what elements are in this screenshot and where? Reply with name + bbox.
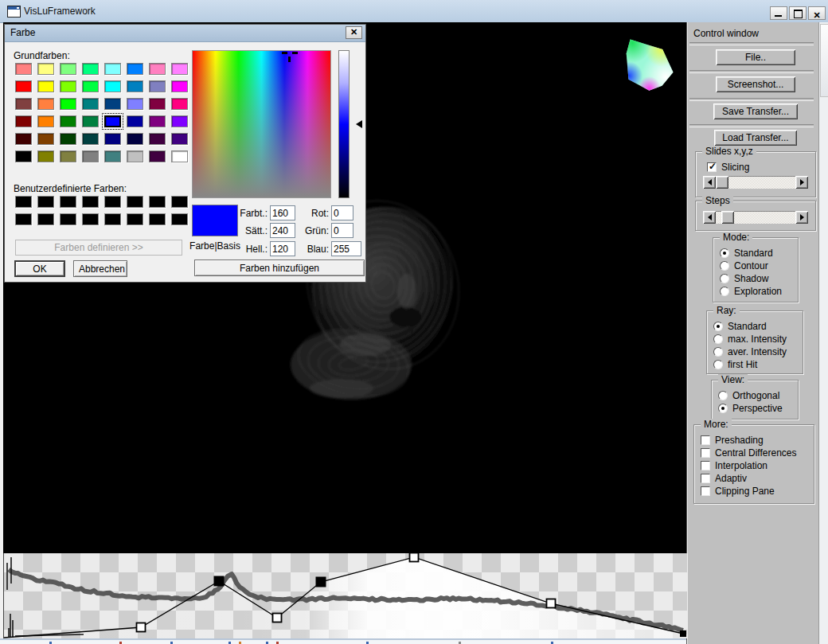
mode-option-contour[interactable]: Contour	[720, 260, 768, 271]
basic-color-swatch[interactable]	[149, 98, 166, 110]
screenshot-button[interactable]: Screenshot...	[716, 76, 795, 92]
basic-color-swatch[interactable]	[149, 80, 166, 92]
luminance-slider-arrow-icon[interactable]	[352, 120, 362, 128]
basic-color-swatch[interactable]	[60, 133, 76, 145]
custom-color-swatch[interactable]	[37, 196, 54, 208]
basic-color-swatch[interactable]	[60, 150, 76, 162]
transfer-control-point-hollow[interactable]	[137, 623, 146, 632]
basic-color-swatch[interactable]	[127, 80, 143, 92]
basic-color-swatch[interactable]	[60, 63, 76, 75]
basic-color-swatch[interactable]	[15, 63, 32, 75]
transfer-control-point-filled[interactable]	[316, 577, 326, 587]
basic-color-swatch[interactable]	[127, 115, 143, 127]
basic-color-swatch[interactable]	[37, 150, 54, 162]
close-button[interactable]: ✕	[808, 6, 826, 20]
more-option-clipping-pane[interactable]: Clipping Pane	[701, 486, 775, 497]
radio-icon[interactable]	[720, 274, 729, 283]
basic-color-swatch[interactable]	[82, 98, 99, 110]
minimize-button[interactable]	[770, 6, 787, 20]
transfer-function-canvas[interactable]	[4, 553, 687, 638]
load-transfer-button[interactable]: Load Transfer...	[714, 130, 797, 146]
checkbox-icon[interactable]	[701, 461, 710, 470]
basic-color-swatch[interactable]	[60, 115, 76, 127]
basic-color-swatch[interactable]	[82, 133, 99, 145]
radio-icon[interactable]	[718, 391, 728, 400]
more-option-interpolation[interactable]: Interpolation	[701, 460, 767, 471]
slides-scrollbar[interactable]	[703, 176, 808, 189]
transfer-control-point-hollow[interactable]	[410, 553, 419, 562]
basic-color-swatch[interactable]	[82, 115, 99, 127]
custom-color-swatch[interactable]	[60, 213, 76, 225]
basic-color-swatch[interactable]	[15, 150, 32, 162]
add-colors-button[interactable]: Farben hinzufügen	[194, 260, 365, 276]
checkbox-icon[interactable]	[701, 435, 710, 445]
radio-icon[interactable]	[720, 287, 729, 296]
custom-color-swatch[interactable]	[171, 196, 188, 208]
basic-color-swatch[interactable]	[37, 133, 54, 145]
steps-scrollbar[interactable]	[703, 211, 808, 224]
basic-color-swatch[interactable]	[149, 63, 166, 75]
basic-color-swatch[interactable]	[171, 150, 188, 162]
radio-icon[interactable]	[713, 347, 723, 357]
mode-option-standard[interactable]: Standard	[720, 248, 773, 259]
basic-color-swatch[interactable]	[37, 80, 54, 92]
basic-color-swatch[interactable]	[171, 133, 188, 145]
steps-scroll-thumb[interactable]	[721, 211, 734, 224]
green-input[interactable]	[331, 223, 353, 238]
custom-color-swatch[interactable]	[15, 196, 32, 208]
scroll-left-button[interactable]	[703, 176, 716, 189]
mode-option-shadow[interactable]: Shadow	[720, 273, 768, 284]
scroll-right-button[interactable]	[795, 211, 808, 224]
custom-color-swatch[interactable]	[82, 196, 99, 208]
custom-color-swatch[interactable]	[149, 196, 166, 208]
basic-color-swatch[interactable]	[127, 63, 143, 75]
custom-color-swatch[interactable]	[15, 213, 32, 225]
custom-color-swatch[interactable]	[82, 213, 99, 225]
basic-color-swatch[interactable]	[37, 63, 54, 75]
basic-color-swatch[interactable]	[37, 115, 54, 127]
file-button[interactable]: File..	[716, 49, 795, 65]
slicing-checkbox-row[interactable]: Slicing	[707, 162, 749, 173]
radio-icon[interactable]	[713, 360, 723, 369]
custom-color-swatch[interactable]	[104, 196, 121, 208]
basic-color-swatch[interactable]	[37, 98, 54, 110]
custom-color-swatch[interactable]	[127, 196, 143, 208]
ok-button[interactable]: OK	[14, 260, 65, 277]
radio-icon[interactable]	[720, 248, 729, 258]
transfer-control-point-hollow[interactable]	[273, 614, 282, 623]
basic-color-swatch[interactable]	[104, 80, 121, 92]
basic-color-swatch[interactable]	[104, 150, 121, 162]
basic-color-swatch[interactable]	[171, 115, 188, 127]
checkbox-icon[interactable]	[701, 486, 710, 496]
scroll-right-button[interactable]	[795, 176, 808, 189]
blue-input[interactable]	[331, 241, 361, 256]
basic-color-swatch[interactable]	[104, 98, 121, 110]
dialog-titlebar[interactable]: Farbe	[5, 25, 365, 42]
red-input[interactable]	[331, 205, 353, 221]
basic-color-swatch[interactable]	[82, 80, 99, 92]
transfer-function-editor[interactable]	[3, 553, 687, 638]
basic-color-swatch[interactable]	[127, 150, 143, 162]
basic-color-swatch[interactable]	[149, 115, 166, 127]
checkbox-icon[interactable]	[701, 448, 710, 458]
custom-color-swatch[interactable]	[149, 213, 166, 225]
slides-scroll-thumb[interactable]	[716, 176, 728, 189]
radio-icon[interactable]	[720, 261, 729, 271]
ray-option-aver-intensity[interactable]: aver. Intensity	[713, 346, 787, 357]
basic-color-swatch[interactable]	[127, 98, 143, 110]
luminance-bar[interactable]	[338, 50, 350, 198]
basic-color-swatch[interactable]	[171, 98, 188, 110]
slicing-checkbox[interactable]	[707, 162, 717, 172]
view-option-perspective[interactable]: Perspective	[718, 403, 783, 414]
view-option-orthogonal[interactable]: Orthogonal	[718, 390, 779, 401]
basic-color-swatch[interactable]	[171, 63, 188, 75]
basic-color-swatch[interactable]	[149, 150, 166, 162]
basic-color-swatch[interactable]	[15, 115, 32, 127]
more-option-central-differences[interactable]: Central Differences	[701, 447, 797, 459]
transfer-control-point-hollow[interactable]	[547, 599, 556, 608]
maximize-button[interactable]	[789, 6, 807, 20]
transfer-control-point-filled[interactable]	[214, 576, 225, 587]
hue-saturation-field[interactable]	[192, 50, 331, 198]
radio-icon[interactable]	[713, 334, 723, 344]
basic-color-swatch[interactable]	[127, 133, 143, 145]
